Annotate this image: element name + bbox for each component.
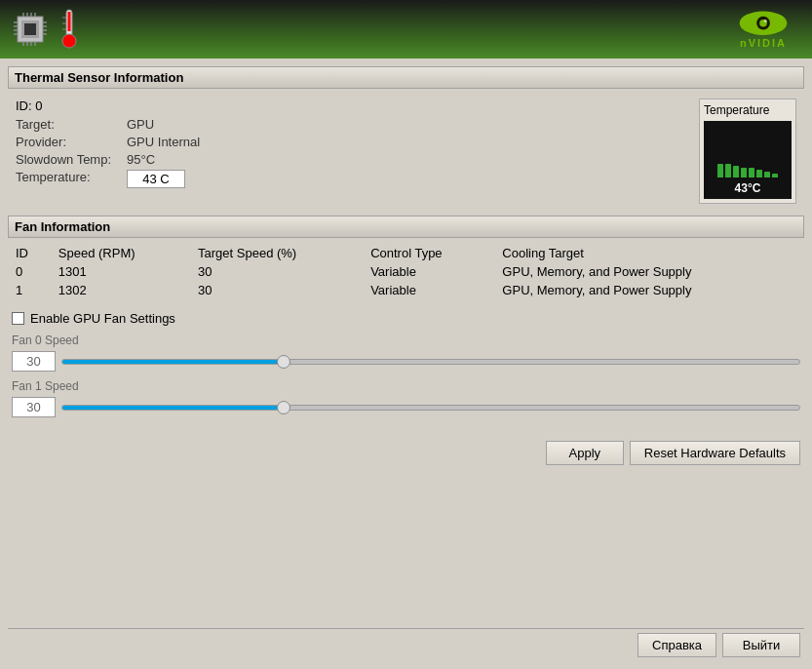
- temp-gauge-display: 43°C: [704, 121, 792, 199]
- exit-button[interactable]: Выйти: [722, 633, 800, 657]
- fan1-slider-thumb[interactable]: [277, 401, 290, 414]
- gauge-temp-text: 43°C: [735, 181, 761, 195]
- fan-table-header-row: ID Speed (RPM) Target Speed (%) Control …: [8, 244, 804, 262]
- gauge-bar-7: [764, 172, 770, 177]
- fan-cell-control_type-0: Variable: [363, 262, 494, 281]
- thermal-info: ID: 0 Target: GPU Provider: GPU Internal…: [16, 98, 679, 204]
- fan1-value: 30: [12, 397, 56, 417]
- gauge-bar-3: [733, 166, 739, 177]
- svg-rect-2: [24, 23, 36, 35]
- col-id: ID: [8, 244, 51, 262]
- thermal-section-title: Thermal Sensor Information: [15, 70, 183, 85]
- slowdown-label: Slowdown Temp:: [16, 152, 123, 167]
- fan0-slider-container: [61, 352, 800, 372]
- col-cooling-target: Cooling Target: [494, 244, 804, 262]
- target-label: Target:: [16, 117, 123, 132]
- chip-icon: [10, 9, 51, 50]
- gauge-bar-4: [741, 168, 747, 177]
- enable-gpu-fan-checkbox[interactable]: [12, 312, 24, 325]
- fan0-slider-thumb[interactable]: [277, 355, 290, 369]
- temperature-label: Temperature:: [16, 170, 123, 188]
- fan-cell-speed-0: 1301: [51, 262, 190, 281]
- thermal-section-header: Thermal Sensor Information: [8, 66, 804, 89]
- reset-button[interactable]: Reset Hardware Defaults: [630, 441, 800, 465]
- thermal-section: Thermal Sensor Information ID: 0 Target:…: [8, 66, 804, 208]
- fan1-slider-track: [61, 405, 800, 411]
- header: nVIDIA: [0, 0, 812, 59]
- fan-section-title: Fan Information: [15, 219, 110, 234]
- fan1-speed-row: 30: [12, 397, 800, 417]
- svg-point-21: [62, 34, 76, 48]
- gauge-title: Temperature: [704, 103, 792, 117]
- fan-section-header: Fan Information: [8, 216, 804, 238]
- fan0-slider-track: [61, 359, 800, 365]
- slowdown-value: 95°C: [127, 152, 155, 167]
- gauge-bar-5: [749, 168, 754, 177]
- gauge-bar-6: [756, 170, 762, 177]
- col-control-type: Control Type: [363, 244, 494, 262]
- main-content: Thermal Sensor Information ID: 0 Target:…: [0, 59, 812, 669]
- fan0-label: Fan 0 Speed: [12, 334, 800, 347]
- nvidia-text: nVIDIA: [740, 37, 787, 49]
- temperature-input[interactable]: [127, 170, 185, 188]
- fan-cell-id-0: 0: [8, 262, 51, 281]
- enable-gpu-fan-label: Enable GPU Fan Settings: [30, 311, 175, 326]
- svg-rect-20: [68, 12, 71, 31]
- fan-table-row: 1130230VariableGPU, Memory, and Power Su…: [8, 281, 804, 299]
- fan0-speed-row: 30: [12, 351, 800, 372]
- apply-button[interactable]: Apply: [546, 441, 624, 465]
- fan-table: ID Speed (RPM) Target Speed (%) Control …: [8, 244, 804, 299]
- target-value: GPU: [127, 117, 154, 132]
- fan-settings-section: Enable GPU Fan Settings Fan 0 Speed 30 F…: [8, 307, 804, 429]
- fan-cell-cooling_target-0: GPU, Memory, and Power Supply: [494, 262, 804, 281]
- thermal-target-row: Target: GPU: [16, 117, 679, 132]
- fan-section: Fan Information ID Speed (RPM) Target Sp…: [8, 216, 804, 299]
- thermometer-icon: [55, 8, 84, 51]
- fan-cell-control_type-1: Variable: [363, 281, 494, 299]
- fan-speed-section: Fan 0 Speed 30 Fan 1 Speed 30: [8, 330, 804, 429]
- fan-cell-target_speed-0: 30: [190, 262, 363, 281]
- temperature-gauge-box: Temperature 43°C: [699, 98, 796, 204]
- fan-cell-target_speed-1: 30: [190, 281, 363, 299]
- help-button[interactable]: Справка: [638, 633, 716, 657]
- thermal-provider-row: Provider: GPU Internal: [16, 135, 679, 149]
- fan0-slider-fill: [62, 360, 284, 364]
- gauge-bar-8: [772, 174, 778, 177]
- bottom-buttons: Справка Выйти: [8, 628, 804, 661]
- action-buttons: Apply Reset Hardware Defaults: [8, 437, 804, 469]
- fan-cell-speed-1: 1302: [51, 281, 190, 299]
- gauge-bar-2: [725, 164, 731, 177]
- header-left: [10, 8, 84, 51]
- fan1-slider-fill: [62, 406, 284, 410]
- thermal-id: ID: 0: [16, 98, 679, 113]
- fan0-value: 30: [12, 351, 56, 372]
- fan1-label: Fan 1 Speed: [12, 379, 800, 393]
- gauge-bar-1: [717, 164, 723, 177]
- fan-cell-id-1: 1: [8, 281, 51, 299]
- thermal-temp-row: Temperature:: [16, 170, 679, 188]
- provider-value: GPU Internal: [127, 135, 200, 149]
- gauge-bars: [717, 164, 778, 177]
- fan-cell-cooling_target-1: GPU, Memory, and Power Supply: [494, 281, 804, 299]
- col-speed: Speed (RPM): [51, 244, 190, 262]
- provider-label: Provider:: [16, 135, 123, 149]
- enable-row: Enable GPU Fan Settings: [8, 307, 804, 330]
- nvidia-logo: nVIDIA: [724, 10, 802, 49]
- col-target-speed: Target Speed (%): [190, 244, 363, 262]
- fan-table-row: 0130130VariableGPU, Memory, and Power Su…: [8, 262, 804, 281]
- thermal-slowdown-row: Slowdown Temp: 95°C: [16, 152, 679, 167]
- svg-point-28: [764, 20, 767, 22]
- thermal-content: ID: 0 Target: GPU Provider: GPU Internal…: [8, 95, 804, 208]
- fan1-slider-container: [61, 398, 800, 417]
